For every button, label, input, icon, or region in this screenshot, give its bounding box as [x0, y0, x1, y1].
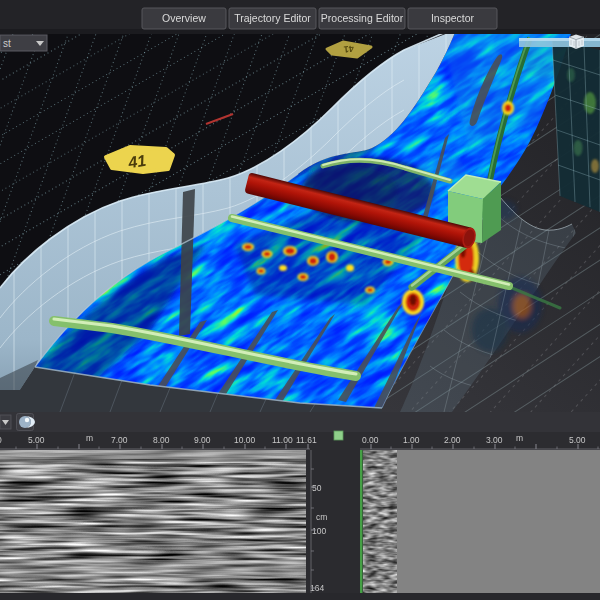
svg-text:cm: cm [316, 512, 327, 522]
svg-text:m: m [86, 433, 93, 443]
svg-text:11.61: 11.61 [296, 435, 317, 445]
svg-text:st: st [3, 38, 11, 49]
svg-text:0: 0 [0, 435, 2, 445]
svg-text:100: 100 [312, 526, 326, 536]
svg-text:11.00: 11.00 [272, 435, 293, 445]
svg-text:50: 50 [312, 483, 322, 493]
svg-text:41: 41 [126, 152, 147, 172]
svg-text:m: m [516, 433, 523, 443]
svg-text:3.00: 3.00 [486, 435, 503, 445]
svg-text:41: 41 [343, 44, 354, 55]
svg-text:10.00: 10.00 [234, 435, 256, 445]
svg-text:7.00: 7.00 [111, 435, 128, 445]
svg-text:Inspector: Inspector [431, 12, 475, 24]
svg-text:Overview: Overview [162, 12, 206, 24]
svg-text:9.00: 9.00 [194, 435, 211, 445]
svg-text:Trajectory Editor: Trajectory Editor [234, 12, 311, 24]
svg-text:5.00: 5.00 [569, 435, 586, 445]
svg-text:0.00: 0.00 [362, 435, 379, 445]
svg-text:5.00: 5.00 [28, 435, 45, 445]
svg-text:1.00: 1.00 [403, 435, 420, 445]
svg-text:Processing Editor: Processing Editor [321, 12, 404, 24]
svg-text:2.00: 2.00 [444, 435, 461, 445]
svg-text:8.00: 8.00 [153, 435, 170, 445]
